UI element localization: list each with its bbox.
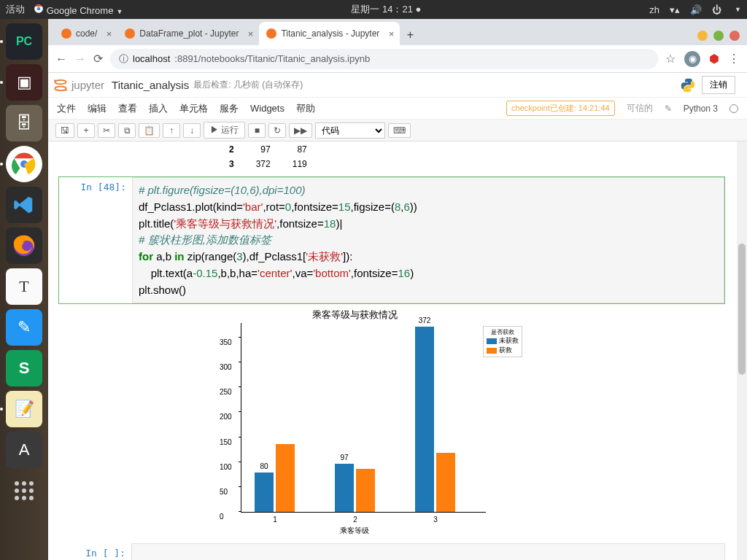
launcher-pycharm-icon[interactable]: PC xyxy=(6,23,42,60)
code-editor[interactable]: # plt.figure(figsize=(10,6),dpi=100) df_… xyxy=(132,177,724,303)
menu-services[interactable]: 服务 xyxy=(220,102,239,115)
command-palette-button[interactable]: ⌨ xyxy=(388,123,411,138)
jupyter-menubar: 文件 编辑 查看 插入 单元格 服务 Widgets 帮助 checkpoint… xyxy=(48,98,747,120)
launcher-firefox-icon[interactable] xyxy=(6,228,42,264)
launcher-dock: PC ▣ 🗄 T ✎ S 📝 A xyxy=(0,19,48,560)
tab-code[interactable]: code/× xyxy=(54,22,117,45)
address-bar: ← → ⟳ ⓘ localhost:8891/notebooks/Titanic… xyxy=(48,45,747,73)
window-maximize-icon[interactable] xyxy=(713,31,724,41)
svg-point-1 xyxy=(37,7,41,10)
url-input[interactable]: ⓘ localhost:8891/notebooks/Titanic/Titan… xyxy=(110,49,658,69)
restart-button[interactable]: ↻ xyxy=(268,123,286,138)
launcher-vscode-icon[interactable] xyxy=(6,187,42,223)
gnome-top-bar: 活动 Google Chrome▼ 星期一 14：21 ● zh ▾▴ 🔊 ⏻ … xyxy=(0,0,747,19)
code-cell-48[interactable]: In [48]: # plt.figure(figsize=(10,6),dpi… xyxy=(58,176,725,304)
window-close-icon[interactable] xyxy=(729,31,740,41)
copy-button[interactable]: ⧉ xyxy=(118,123,136,138)
lang-indicator[interactable]: zh xyxy=(649,4,659,15)
output-table: 29787 3372119 xyxy=(217,141,319,172)
edit-icon[interactable]: ✎ xyxy=(665,104,672,114)
launcher-terminal-icon[interactable]: ▣ xyxy=(6,64,42,101)
ublock-icon[interactable]: ⬢ xyxy=(709,52,719,66)
volume-icon[interactable]: 🔊 xyxy=(690,4,702,15)
launcher-updater-icon[interactable]: A xyxy=(6,432,42,468)
forward-button[interactable]: → xyxy=(74,52,86,66)
svg-point-7 xyxy=(55,86,66,90)
save-status: 最后检查: 几秒前 (自动保存) xyxy=(193,79,303,91)
notebook-title[interactable]: Titanic_analysis xyxy=(112,79,189,91)
code-editor[interactable] xyxy=(131,543,725,560)
menu-cell[interactable]: 单元格 xyxy=(179,102,208,115)
launcher-notes-icon[interactable]: 📝 xyxy=(6,391,42,427)
clock[interactable]: 星期一 14：21 xyxy=(351,4,413,15)
chart-output: 乘客等级与获救情况 050100150200250300350801972372… xyxy=(216,308,493,536)
jupyter-logo[interactable]: jupyter xyxy=(53,77,104,93)
app-menu[interactable]: Google Chrome▼ xyxy=(34,4,123,16)
run-button[interactable]: ▶ 运行 xyxy=(204,122,245,139)
table-row: 3372119 xyxy=(219,158,317,171)
kernel-name[interactable]: Python 3 xyxy=(684,104,718,114)
site-info-icon[interactable]: ⓘ xyxy=(119,52,128,66)
trusted-badge[interactable]: 可信的 xyxy=(627,102,653,114)
jupyter-favicon-icon xyxy=(266,28,276,39)
tab-titanic-analysis[interactable]: Titanic_analysis - Jupyter× xyxy=(259,22,400,45)
jupyter-toolbar: 🖫 + ✂ ⧉ 📋 ↑ ↓ ▶ 运行 ■ ↻ ▶▶ 代码 ⌨ xyxy=(48,120,747,141)
scrollbar-thumb[interactable] xyxy=(738,244,746,375)
profile-avatar[interactable]: ◉ xyxy=(684,51,700,67)
cut-button[interactable]: ✂ xyxy=(98,123,115,138)
svg-point-6 xyxy=(55,79,66,84)
menu-insert[interactable]: 插入 xyxy=(149,102,168,115)
jupyter-favicon-icon xyxy=(61,28,71,39)
bookmark-icon[interactable]: ☆ xyxy=(665,52,676,66)
menu-file[interactable]: 文件 xyxy=(57,102,76,115)
launcher-apps-icon[interactable] xyxy=(6,472,42,509)
cell-prompt: In [48]: xyxy=(59,177,132,303)
python-logo-icon xyxy=(680,77,696,93)
close-icon[interactable]: × xyxy=(107,28,112,39)
stop-button[interactable]: ■ xyxy=(248,123,266,138)
paste-button[interactable]: 📋 xyxy=(139,123,160,138)
back-button[interactable]: ← xyxy=(55,52,67,66)
jupyter-header: jupyter Titanic_analysis 最后检查: 几秒前 (自动保存… xyxy=(48,73,747,98)
tab-dataframe-plot[interactable]: DataFrame_plot - Jupyter× xyxy=(117,22,259,45)
cell-type-select[interactable]: 代码 xyxy=(315,122,385,139)
launcher-chrome-icon[interactable] xyxy=(6,146,42,182)
chrome-window: code/× DataFrame_plot - Jupyter× Titanic… xyxy=(48,19,747,560)
close-icon[interactable]: × xyxy=(389,28,395,39)
chart-title: 乘客等级与获救情况 xyxy=(216,308,493,322)
svg-point-9 xyxy=(66,89,67,90)
new-tab-button[interactable]: + xyxy=(400,25,420,45)
code-cell-empty[interactable]: In [ ]: xyxy=(58,543,725,560)
chart-legend: 是否获救未获救获救 xyxy=(483,326,522,357)
launcher-text-icon[interactable]: T xyxy=(6,268,42,305)
add-cell-button[interactable]: + xyxy=(77,123,95,138)
menu-view[interactable]: 查看 xyxy=(118,102,137,115)
activities-button[interactable]: 活动 xyxy=(6,3,25,16)
notebook-area[interactable]: 29787 3372119 In [48]: # plt.figure(figs… xyxy=(48,141,735,560)
logout-button[interactable]: 注销 xyxy=(702,76,735,94)
fastforward-button[interactable]: ▶▶ xyxy=(289,123,312,138)
svg-point-8 xyxy=(54,79,55,81)
cell-prompt: In [ ]: xyxy=(58,543,131,560)
vertical-scrollbar[interactable] xyxy=(737,141,747,560)
launcher-blue-app-icon[interactable]: ✎ xyxy=(6,309,42,346)
menu-edit[interactable]: 编辑 xyxy=(88,102,107,115)
save-button[interactable]: 🖫 xyxy=(55,123,74,138)
launcher-files-icon[interactable]: 🗄 xyxy=(6,105,42,141)
reload-button[interactable]: ⟳ xyxy=(93,52,103,66)
checkpoint-info: checkpoint已创建: 14:21:44 xyxy=(506,101,615,116)
kernel-status-icon xyxy=(729,104,738,113)
chart-plot-area: 0501001502002503003508019723723是否获救未获救获救 xyxy=(241,323,486,513)
network-icon[interactable]: ▾▴ xyxy=(670,4,680,15)
table-row: 29787 xyxy=(219,143,317,156)
menu-help[interactable]: 帮助 xyxy=(296,102,315,115)
power-icon[interactable]: ⏻ xyxy=(712,4,721,15)
move-up-button[interactable]: ↑ xyxy=(163,123,180,138)
launcher-wps-icon[interactable]: S xyxy=(6,350,42,386)
menu-widgets[interactable]: Widgets xyxy=(250,103,285,114)
chrome-menu-icon[interactable]: ⋮ xyxy=(728,52,740,66)
move-down-button[interactable]: ↓ xyxy=(183,123,201,138)
window-minimize-icon[interactable] xyxy=(697,31,708,41)
close-icon[interactable]: × xyxy=(248,28,254,39)
chrome-tabstrip: code/× DataFrame_plot - Jupyter× Titanic… xyxy=(48,19,747,45)
